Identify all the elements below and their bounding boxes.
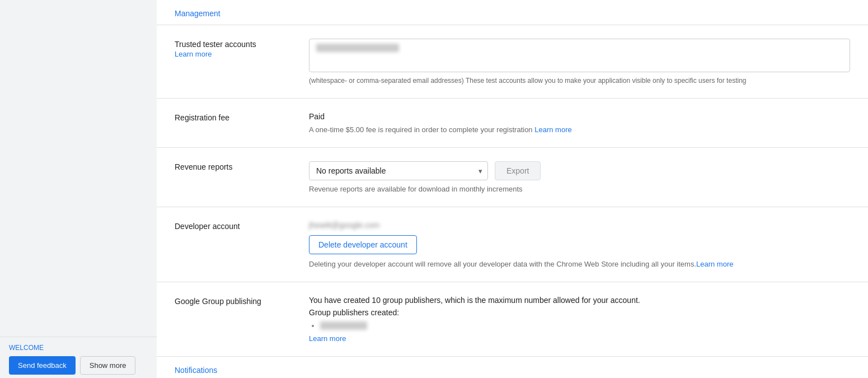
delete-hint-text: Deleting your developer account will rem…	[309, 260, 696, 268]
export-button[interactable]: Export	[495, 161, 541, 180]
trusted-header-row: Trusted tester accounts Learn more	[175, 40, 309, 58]
delete-button-wrapper: Delete developer account	[309, 235, 850, 260]
management-link[interactable]: Management	[157, 0, 868, 25]
notifications-link[interactable]: Notifications	[157, 357, 868, 378]
registration-fee-content: Paid A one-time $5.00 fee is required in…	[309, 112, 850, 134]
welcome-bar: WELCOME Send feedback Show more	[0, 337, 157, 378]
developer-account-label: Developer account	[175, 221, 309, 231]
main-content: Management Trusted tester accounts Learn…	[157, 0, 868, 378]
developer-account-content: jhewitt@google.com Delete developer acco…	[309, 221, 850, 268]
google-group-publishing-label: Google Group publishing	[175, 296, 309, 306]
trusted-tester-label-column: Trusted tester accounts Learn more	[175, 39, 309, 64]
welcome-label: WELCOME	[9, 344, 148, 352]
developer-account-section: Developer account jhewitt@google.com Del…	[157, 207, 868, 282]
list-item: chrome-ext-15	[320, 321, 850, 330]
delete-developer-account-button[interactable]: Delete developer account	[309, 235, 417, 254]
publisher-name: chrome-ext-15	[320, 321, 367, 330]
show-more-button[interactable]: Show more	[80, 356, 136, 375]
registration-fee-section: Registration fee Paid A one-time $5.00 f…	[157, 99, 868, 148]
registration-fee-label: Registration fee	[175, 112, 309, 122]
group-publishing-learn-more[interactable]: Learn more	[309, 334, 346, 343]
registration-status: Paid	[309, 112, 850, 121]
group-pub-created-label: Group publishers created:	[309, 308, 850, 317]
google-group-publishing-section: Google Group publishing You have created…	[157, 282, 868, 357]
trusted-tester-section: Trusted tester accounts Learn more jhewt…	[157, 25, 868, 99]
google-group-publishing-content: You have created 10 group publishers, wh…	[309, 296, 850, 343]
email-value: jhewton+9 kli@gmail.com	[316, 44, 399, 52]
group-pub-desc: You have created 10 group publishers, wh…	[309, 296, 850, 305]
trusted-tester-learn-more[interactable]: Learn more	[175, 50, 309, 58]
trusted-tester-content: jhewton+9 kli@gmail.com (whitespace- or …	[309, 39, 850, 85]
page-wrapper: WELCOME Send feedback Show more Manageme…	[0, 0, 868, 378]
registration-learn-more[interactable]: Learn more	[534, 125, 571, 134]
registration-fee-desc: A one-time $5.00 fee is required in orde…	[309, 125, 850, 134]
email-input-wrapper[interactable]: jhewton+9 kli@gmail.com	[309, 39, 850, 72]
trusted-tester-title: Trusted tester accounts	[175, 40, 309, 49]
send-feedback-button[interactable]: Send feedback	[9, 356, 76, 375]
developer-email: jhewitt@google.com	[309, 221, 850, 230]
revenue-reports-label: Revenue reports	[175, 161, 309, 171]
revenue-reports-content: No reports available Export Revenue repo…	[309, 161, 850, 193]
fee-desc-text: A one-time $5.00 fee is required in orde…	[309, 125, 533, 134]
revenue-reports-section: Revenue reports No reports available Exp…	[157, 148, 868, 207]
group-pub-list: chrome-ext-15	[309, 321, 850, 330]
delete-hint: Deleting your developer account will rem…	[309, 260, 850, 268]
sidebar: WELCOME Send feedback Show more	[0, 0, 157, 378]
revenue-select[interactable]: No reports available	[309, 161, 488, 180]
developer-account-learn-more[interactable]: Learn more	[696, 260, 733, 268]
revenue-dropdown-row: No reports available Export	[309, 161, 850, 180]
trusted-tester-hint: (whitespace- or comma-separated email ad…	[309, 77, 850, 85]
revenue-select-wrapper: No reports available	[309, 161, 488, 180]
sidebar-buttons: Send feedback Show more	[9, 356, 148, 375]
revenue-hint: Revenue reports are available for downlo…	[309, 185, 850, 193]
